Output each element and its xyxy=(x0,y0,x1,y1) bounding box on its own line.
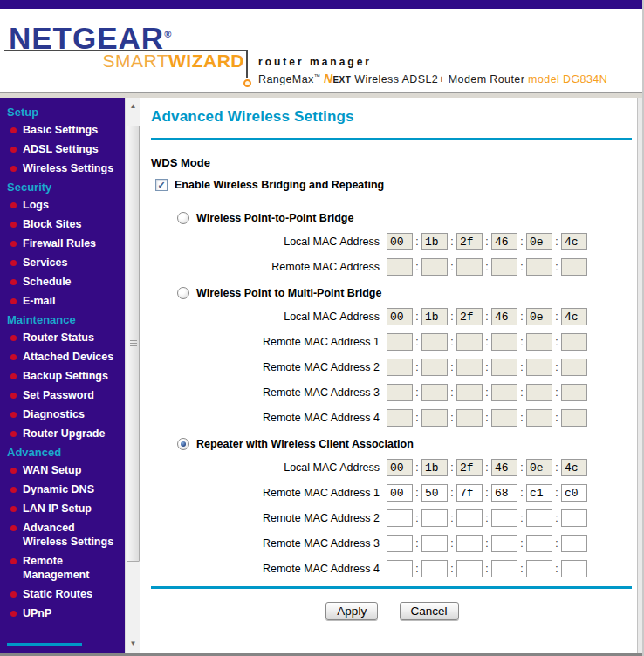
sidebar-item-wan-setup[interactable]: WAN Setup xyxy=(7,463,121,477)
mac-octet-input xyxy=(561,308,587,325)
mac-fields: ::::: xyxy=(387,359,587,376)
scrollbar-thumb[interactable] xyxy=(127,126,140,562)
sidebar-item-diagnostics[interactable]: Diagnostics xyxy=(7,407,121,421)
mac-octet-input[interactable] xyxy=(526,535,552,552)
mac-row-label: Remote MAC Address xyxy=(151,261,380,273)
mac-octet-input xyxy=(387,409,413,427)
mac-octet-input[interactable] xyxy=(421,509,448,527)
cancel-button[interactable]: Cancel xyxy=(400,602,459,620)
mac-octet-input[interactable] xyxy=(456,535,483,552)
mac-colon-separator: : xyxy=(517,261,526,273)
sidebar-item-lan-ip-setup[interactable]: LAN IP Setup xyxy=(7,502,121,516)
mac-octet-input[interactable] xyxy=(387,509,413,527)
mac-colon-separator: : xyxy=(483,537,491,550)
scroll-up-icon[interactable]: ▲ xyxy=(126,99,140,113)
mac-fields: ::::: xyxy=(387,560,587,577)
sidebar-item-advanced-wireless-settings[interactable]: Advanced Wireless Settings xyxy=(7,521,121,549)
radio-wireless-point-to-multi-point-bridge[interactable] xyxy=(177,287,189,299)
sidebar-nav: SetupBasic SettingsADSL SettingsWireless… xyxy=(0,98,125,656)
mac-octet-input[interactable] xyxy=(526,484,552,502)
mac-octet-input[interactable] xyxy=(561,560,587,577)
mac-colon-separator: : xyxy=(413,236,421,248)
mac-octet-input[interactable] xyxy=(561,484,587,502)
mac-octet-input xyxy=(491,258,517,276)
sidebar-item-wireless-settings[interactable]: Wireless Settings xyxy=(7,161,121,175)
mac-octet-input xyxy=(491,333,517,351)
mac-colon-separator: : xyxy=(448,386,456,399)
mac-octet-input xyxy=(421,459,448,476)
mac-colon-separator: : xyxy=(517,311,526,323)
mac-row-label: Remote MAC Address 4 xyxy=(151,563,380,575)
action-buttons: Apply Cancel xyxy=(151,602,634,620)
sidebar-item-router-upgrade[interactable]: Router Upgrade xyxy=(7,427,121,441)
mac-octet-input xyxy=(491,384,517,401)
radio-wireless-point-to-point-bridge[interactable] xyxy=(177,212,189,224)
mac-colon-separator: : xyxy=(552,412,561,424)
next-n: N xyxy=(324,72,333,85)
mac-octet-input xyxy=(561,258,587,276)
mac-octet-input[interactable] xyxy=(456,484,483,502)
mac-row-label: Remote MAC Address 2 xyxy=(151,361,380,373)
mac-colon-separator: : xyxy=(517,336,526,348)
sidebar-item-label: UPnP xyxy=(23,607,51,619)
sidebar-item-set-password[interactable]: Set Password xyxy=(7,388,121,402)
mac-octet-input[interactable] xyxy=(526,560,552,577)
bullet-icon xyxy=(10,611,17,617)
mac-octet-input[interactable] xyxy=(491,484,517,502)
sidebar-item-e-mail[interactable]: E-mail xyxy=(7,294,121,308)
mac-row-remote-mac-address: Remote MAC Address::::: xyxy=(151,258,634,276)
mac-colon-separator: : xyxy=(483,236,491,248)
mac-octet-input[interactable] xyxy=(421,560,448,577)
mac-octet-input xyxy=(491,233,517,250)
header-divider xyxy=(0,92,644,98)
mac-octet-input[interactable] xyxy=(387,535,413,552)
radio-repeater-with-wireless-client-association[interactable] xyxy=(177,438,189,450)
mac-octet-input[interactable] xyxy=(387,484,413,502)
mac-octet-input[interactable] xyxy=(491,535,517,552)
sidebar-item-block-sites[interactable]: Block Sites xyxy=(7,217,121,231)
mac-octet-input[interactable] xyxy=(421,535,448,552)
right-scroll-track[interactable] xyxy=(637,98,644,656)
sidebar-item-label: Advanced Wireless Settings xyxy=(23,522,113,548)
mac-octet-input[interactable] xyxy=(491,509,517,527)
sidebar-item-dynamic-dns[interactable]: Dynamic DNS xyxy=(7,482,121,496)
mac-octet-input[interactable] xyxy=(526,509,552,527)
sidebar-item-upnp[interactable]: UPnP xyxy=(7,606,121,620)
sidebar-item-remote-management[interactable]: Remote Management xyxy=(7,554,121,582)
sidebar-item-adsl-settings[interactable]: ADSL Settings xyxy=(7,142,121,156)
scroll-down-icon[interactable]: ▼ xyxy=(126,637,140,651)
mac-colon-separator: : xyxy=(517,537,526,550)
bullet-icon xyxy=(10,412,17,418)
sidebar-item-basic-settings[interactable]: Basic Settings xyxy=(7,123,121,137)
sidebar-item-static-routes[interactable]: Static Routes xyxy=(7,587,121,601)
mac-octet-input[interactable] xyxy=(421,484,448,502)
mac-octet-input[interactable] xyxy=(456,509,483,527)
sidebar-item-label: Block Sites xyxy=(23,218,81,230)
bullet-icon xyxy=(10,147,17,153)
mac-row-remote-mac-address-2: Remote MAC Address 2::::: xyxy=(151,359,634,376)
enable-bridging-checkbox[interactable]: ✓ xyxy=(155,179,168,191)
sidebar-item-label: Static Routes xyxy=(23,588,92,600)
mac-octet-input[interactable] xyxy=(456,560,483,577)
apply-button[interactable]: Apply xyxy=(325,602,378,620)
mac-octet-input[interactable] xyxy=(561,509,587,527)
mac-colon-separator: : xyxy=(483,261,491,273)
mac-octet-input[interactable] xyxy=(561,535,587,552)
sidebar-item-services[interactable]: Services xyxy=(7,256,121,270)
sidebar-item-label: Backup Settings xyxy=(23,370,108,382)
sidebar-item-schedule[interactable]: Schedule xyxy=(7,275,121,289)
mac-colon-separator: : xyxy=(413,311,421,323)
mac-octet-input xyxy=(561,384,587,401)
sidebar-item-backup-settings[interactable]: Backup Settings xyxy=(7,369,121,383)
sidebar-scrollbar[interactable]: ▲ ▼ xyxy=(125,98,140,656)
sidebar-item-firewall-rules[interactable]: Firewall Rules xyxy=(7,236,121,250)
mac-fields: ::::: xyxy=(387,409,587,427)
mac-row-label: Remote MAC Address 1 xyxy=(151,336,380,348)
mac-octet-input[interactable] xyxy=(491,560,517,577)
sidebar-item-router-status[interactable]: Router Status xyxy=(7,331,121,345)
sidebar-item-logs[interactable]: Logs xyxy=(7,198,121,212)
mac-colon-separator: : xyxy=(413,461,421,474)
mac-octet-input xyxy=(491,359,517,376)
sidebar-item-attached-devices[interactable]: Attached Devices xyxy=(7,350,121,364)
mac-octet-input[interactable] xyxy=(387,560,413,577)
